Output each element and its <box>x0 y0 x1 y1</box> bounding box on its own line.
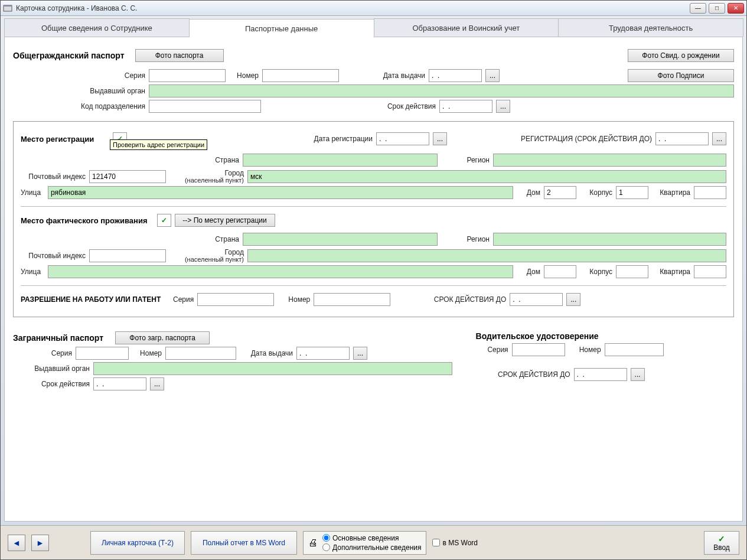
tab-passport[interactable]: Паспортные данные <box>189 19 374 37</box>
res-flat-label: Квартира <box>652 268 690 276</box>
reg-validity-input[interactable] <box>655 132 709 145</box>
maximize-button[interactable]: □ <box>709 3 725 14</box>
reg-date-picker-button[interactable]: ... <box>433 132 447 145</box>
permit-number-label: Номер <box>278 295 310 304</box>
flat-input[interactable] <box>694 186 726 199</box>
prev-button[interactable]: ◄ <box>8 535 25 551</box>
permit-validity-input[interactable] <box>510 293 563 306</box>
full-report-button[interactable]: Полный отчет в MS Word <box>191 531 297 555</box>
house-input[interactable] <box>544 186 576 199</box>
driver-series-input[interactable] <box>512 343 565 356</box>
street-input[interactable] <box>48 186 513 199</box>
permit-validity-picker-button[interactable]: ... <box>566 293 580 306</box>
residence-heading: Место фактического проживания <box>21 216 148 225</box>
reg-validity-picker-button[interactable]: ... <box>712 132 726 145</box>
res-house-input[interactable] <box>544 265 576 278</box>
personal-card-button[interactable]: Личная карточка (Т-2) <box>90 531 185 555</box>
print-group: 🖨 Основные сведения Дополнительные сведе… <box>303 531 426 555</box>
street-label: Улица <box>21 188 44 197</box>
foreign-photo-button[interactable]: Фото загр. паспорта <box>115 331 210 344</box>
res-building-label: Корпус <box>580 268 612 276</box>
foreign-issue-date-label: Дата выдачи <box>240 349 293 357</box>
passport-heading: Общегражданский паспорт <box>13 51 125 60</box>
issue-date-label: Дата выдачи <box>342 71 425 80</box>
foreign-series-input[interactable] <box>76 347 129 360</box>
enter-button[interactable]: ✓ Ввод <box>704 531 739 555</box>
region-label: Регион <box>441 156 490 164</box>
res-region-input[interactable] <box>493 233 726 246</box>
res-city-label: Город <box>169 248 244 256</box>
radio-extra[interactable]: Дополнительные сведения <box>322 543 421 552</box>
city-input[interactable] <box>247 170 726 183</box>
driver-validity-picker-button[interactable]: ... <box>631 368 645 381</box>
building-input[interactable] <box>616 186 648 199</box>
res-flat-input[interactable] <box>694 265 726 278</box>
app-icon <box>3 4 12 13</box>
permit-number-input[interactable] <box>314 293 390 306</box>
permit-validity-label: СРОК ДЕЙСТВИЯ ДО <box>394 295 506 304</box>
copy-registration-button[interactable]: --> По месту регистрации <box>175 214 275 227</box>
reg-date-input[interactable] <box>376 132 429 145</box>
driver-number-input[interactable] <box>605 343 664 356</box>
res-postal-input[interactable] <box>89 249 166 262</box>
issue-date-picker-button[interactable]: ... <box>485 69 500 82</box>
foreign-validity-input[interactable] <box>93 377 146 390</box>
validity-picker-button[interactable]: ... <box>496 100 510 113</box>
driver-validity-label: СРОК ДЕЙСТВИЯ ДО <box>476 370 570 379</box>
res-country-input[interactable] <box>243 233 438 246</box>
foreign-number-input[interactable] <box>165 347 236 360</box>
signature-photo-button[interactable]: Фото Подписи <box>628 69 734 82</box>
issuer-input[interactable] <box>149 84 734 97</box>
birth-cert-photo-button[interactable]: Фото Свид. о рождении <box>628 49 734 62</box>
postal-label: Почтовый индекс <box>21 172 86 181</box>
foreign-validity-label: Срок действия <box>13 380 90 388</box>
foreign-issuer-input[interactable] <box>93 362 452 375</box>
city-sublabel: (населенный пункт) <box>169 177 244 184</box>
res-city-input[interactable] <box>247 249 726 262</box>
tab-work[interactable]: Трудовая деятельность <box>558 18 743 37</box>
res-postal-label: Почтовый индекс <box>21 252 86 260</box>
foreign-issuer-label: Выдавший орган <box>13 364 90 373</box>
res-house-label: Дом <box>517 268 540 276</box>
foreign-heading: Заграничный паспорт <box>13 333 103 343</box>
series-label: Серия <box>13 71 145 80</box>
printer-icon[interactable]: 🖨 <box>308 538 318 548</box>
dept-code-input[interactable] <box>149 100 261 113</box>
res-region-label: Регион <box>441 235 490 243</box>
country-label: Страна <box>21 156 239 164</box>
tab-education[interactable]: Образование и Воинский учет <box>374 18 559 37</box>
verify-address-tooltip: Проверить адрес регистрации <box>110 139 207 150</box>
house-label: Дом <box>517 188 540 197</box>
res-street-input[interactable] <box>48 265 513 278</box>
msword-checkbox[interactable]: в MS Word <box>432 539 478 547</box>
number-label: Номер <box>229 71 259 80</box>
country-input[interactable] <box>243 154 438 167</box>
number-input[interactable] <box>262 69 339 82</box>
radio-main[interactable]: Основные сведения <box>322 534 421 542</box>
window-title: Карточка сотрудника - Иванова С. С. <box>16 4 690 12</box>
close-button[interactable]: ✕ <box>728 3 744 14</box>
tab-general[interactable]: Общие сведения о Сотруднике <box>4 18 190 37</box>
verify-residence-button[interactable]: ✓ <box>157 214 171 227</box>
building-label: Корпус <box>580 188 612 197</box>
issue-date-input[interactable] <box>429 69 482 82</box>
res-building-input[interactable] <box>616 265 648 278</box>
foreign-validity-picker-button[interactable]: ... <box>150 377 164 390</box>
passport-photo-button[interactable]: Фото паспорта <box>135 49 224 62</box>
foreign-issue-date-input[interactable] <box>296 347 350 360</box>
validity-input[interactable] <box>439 100 492 113</box>
res-street-label: Улица <box>21 268 44 276</box>
next-button[interactable]: ► <box>31 535 49 551</box>
series-input[interactable] <box>149 69 226 82</box>
minimize-button[interactable]: — <box>690 3 706 14</box>
foreign-issue-date-picker-button[interactable]: ... <box>353 347 367 360</box>
region-input[interactable] <box>493 154 726 167</box>
driver-validity-input[interactable] <box>574 368 627 381</box>
svg-rect-1 <box>4 5 12 6</box>
footer: ◄ ► Личная карточка (Т-2) Полный отчет в… <box>1 525 746 559</box>
window: Карточка сотрудника - Иванова С. С. — □ … <box>0 0 747 560</box>
postal-input[interactable] <box>89 170 166 183</box>
validity-label: Срок действия <box>265 102 436 110</box>
registration-heading: Место регистрации <box>21 135 109 144</box>
permit-series-input[interactable] <box>197 293 274 306</box>
